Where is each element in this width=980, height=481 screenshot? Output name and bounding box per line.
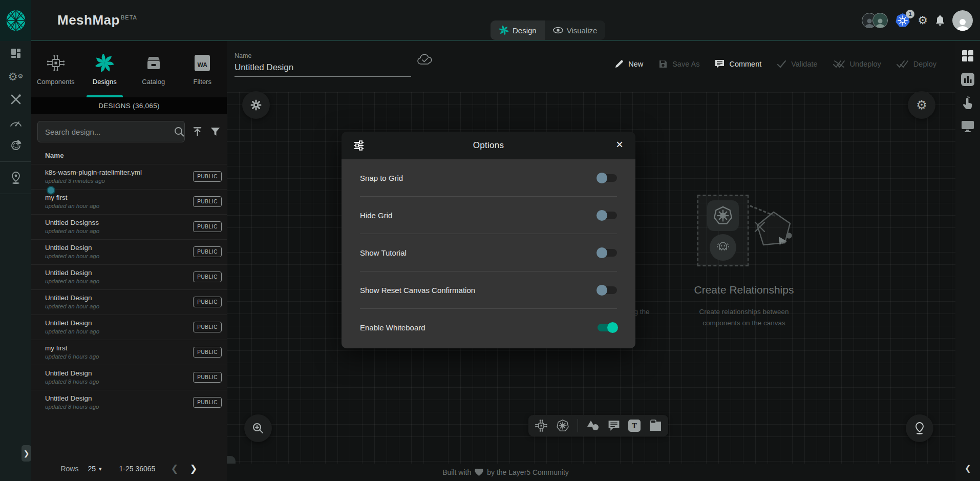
new-button[interactable]: New bbox=[614, 59, 643, 69]
visibility-badge: PUBLIC bbox=[193, 221, 222, 232]
next-page-chevron[interactable]: ❯ bbox=[189, 463, 197, 474]
visibility-badge: PUBLIC bbox=[193, 171, 222, 182]
snowflake-gear-icon bbox=[250, 99, 262, 111]
panel-tabs: Components Designs bbox=[31, 41, 227, 97]
eye-icon bbox=[553, 27, 563, 34]
design-row[interactable]: Untitled Design updated an hour ago PUBL… bbox=[31, 239, 227, 264]
option-row-snap-to-grid: Snap to Grid bbox=[360, 159, 617, 197]
k8s-context-count-badge: 1 bbox=[906, 10, 914, 18]
tutorial-components-box bbox=[697, 195, 749, 266]
visibility-badge: PUBLIC bbox=[193, 246, 222, 257]
pencil-icon bbox=[614, 59, 624, 69]
user-avatar[interactable] bbox=[952, 10, 973, 31]
left-nav-rail: ⚙⚙ ❯ ? v0.6.176 bbox=[0, 41, 31, 481]
notifications-bell-icon[interactable] bbox=[935, 15, 945, 26]
rail-divider bbox=[0, 161, 31, 162]
location-pin-icon bbox=[914, 422, 925, 435]
dock-comment-icon[interactable] bbox=[608, 420, 620, 431]
design-name-input[interactable] bbox=[235, 62, 411, 77]
dock-text-icon[interactable]: T bbox=[628, 420, 641, 432]
nav-dashboard-icon[interactable] bbox=[6, 46, 26, 60]
double-check-slash-icon bbox=[833, 60, 845, 68]
display-monitor-icon[interactable] bbox=[961, 120, 975, 132]
rows-per-page[interactable]: 25 bbox=[88, 465, 96, 473]
visibility-badge: PUBLIC bbox=[193, 397, 222, 408]
comment-icon bbox=[715, 59, 725, 69]
visibility-badge: PUBLIC bbox=[193, 347, 222, 358]
components-chip-icon bbox=[46, 53, 66, 73]
design-row[interactable]: my first updated 6 hours ago PUBLIC bbox=[31, 340, 227, 365]
right-rail-collapse-chevron[interactable]: ❮ bbox=[965, 464, 971, 473]
save-as-button[interactable]: Save As bbox=[658, 59, 699, 69]
deploy-button[interactable]: Deploy bbox=[897, 60, 936, 68]
option-row-hide-grid: Hide Grid bbox=[360, 197, 617, 234]
validate-button[interactable]: Validate bbox=[777, 60, 817, 68]
show-tutorial-toggle[interactable] bbox=[598, 249, 617, 257]
header-right-cluster: 1 ⚙ bbox=[862, 0, 973, 41]
design-row[interactable]: Untitled Design updated an hour ago PUBL… bbox=[31, 264, 227, 289]
tab-visualize[interactable]: Visualize bbox=[545, 20, 606, 40]
filter-funnel-icon[interactable] bbox=[210, 127, 221, 137]
design-row[interactable]: k8s-wasm-plugin-ratelimiter.yml updated … bbox=[31, 164, 227, 189]
tab-design[interactable]: Design bbox=[491, 20, 545, 40]
collaborator-avatar-2[interactable] bbox=[872, 13, 888, 28]
dock-media-icon[interactable] bbox=[649, 420, 662, 432]
meshery-logo[interactable] bbox=[0, 0, 31, 41]
design-list: k8s-wasm-plugin-ratelimiter.yml updated … bbox=[31, 164, 227, 415]
tab-designs[interactable]: Designs bbox=[80, 41, 130, 97]
dock-shapes-icon[interactable] bbox=[586, 420, 600, 432]
nav-meshmap-pin-icon[interactable] bbox=[6, 171, 26, 185]
options-modal-title: Options bbox=[342, 140, 635, 151]
rail-divider bbox=[0, 194, 31, 194]
dashboard-chart-icon[interactable] bbox=[960, 72, 975, 87]
prev-page-chevron[interactable]: ❮ bbox=[171, 463, 178, 474]
tab-filters[interactable]: WA Filters bbox=[178, 41, 227, 97]
visibility-badge: PUBLIC bbox=[193, 271, 222, 282]
design-row[interactable]: Untitled Design updated an hour ago PUBL… bbox=[31, 315, 227, 340]
snap-to-grid-toggle[interactable] bbox=[598, 174, 617, 182]
rows-per-page-caret-icon[interactable]: ▾ bbox=[99, 466, 102, 472]
import-design-icon[interactable] bbox=[192, 126, 203, 137]
design-row[interactable]: Untitled Design updated 8 hours ago PUBL… bbox=[31, 390, 227, 415]
nav-lifecycle-gears-icon[interactable]: ⚙⚙ bbox=[6, 69, 26, 83]
kubernetes-context[interactable]: 1 bbox=[895, 13, 910, 28]
canvas-topbar: Name New Save As Comment bbox=[227, 41, 980, 92]
nav-performance-gauge-icon[interactable] bbox=[6, 115, 26, 130]
enable-whiteboard-toggle[interactable] bbox=[598, 324, 617, 331]
comment-button[interactable]: Comment bbox=[715, 59, 761, 69]
undeploy-button[interactable]: Undeploy bbox=[833, 60, 881, 68]
close-icon[interactable]: × bbox=[613, 137, 626, 152]
page-range: 1-25 36065 bbox=[119, 465, 156, 473]
search-design-input[interactable] bbox=[37, 121, 185, 142]
search-icon bbox=[174, 126, 185, 137]
tab-catalog[interactable]: Catalog bbox=[129, 41, 178, 97]
nav-configuration-tools-icon[interactable] bbox=[6, 92, 26, 107]
visibility-badge: PUBLIC bbox=[193, 322, 222, 332]
visibility-badge: PUBLIC bbox=[193, 196, 222, 207]
design-row[interactable]: my first updated an hour ago PUBLIC bbox=[31, 189, 227, 214]
zoom-fab[interactable] bbox=[244, 414, 272, 442]
interaction-hand-icon[interactable] bbox=[961, 96, 974, 111]
mode-switch: Design Visualize bbox=[491, 20, 605, 40]
canvas-options-fab[interactable]: ⚙ bbox=[908, 91, 935, 119]
nav-extensions-icon[interactable] bbox=[6, 138, 26, 153]
design-row[interactable]: Untitled Design updated 8 hours ago PUBL… bbox=[31, 365, 227, 390]
hide-grid-toggle[interactable] bbox=[598, 212, 617, 219]
design-row[interactable]: Untitled Designss updated an hour ago PU… bbox=[31, 214, 227, 239]
pin-fab[interactable] bbox=[906, 414, 933, 442]
design-row[interactable]: Untitled Design updated an hour ago PUBL… bbox=[31, 289, 227, 315]
rail-expand-chevron[interactable]: ❯ bbox=[22, 445, 31, 462]
visibility-badge: PUBLIC bbox=[193, 297, 222, 307]
dock-components-icon[interactable] bbox=[535, 419, 548, 432]
tab-components[interactable]: Components bbox=[31, 41, 80, 97]
check-icon bbox=[777, 60, 786, 68]
cloud-saved-icon bbox=[416, 53, 434, 67]
dock-kubernetes-icon[interactable] bbox=[556, 419, 569, 432]
wasm-filters-icon: WA bbox=[195, 53, 210, 73]
canvas-settings-fab[interactable] bbox=[242, 91, 270, 119]
show-reset-canvas-confirmation-toggle[interactable] bbox=[598, 286, 617, 294]
beta-tag: BETA bbox=[121, 14, 137, 20]
pagination: Rows 25 ▾ 1-25 36065 ❮ ❯ bbox=[31, 458, 227, 479]
components-drawer-icon[interactable] bbox=[961, 49, 974, 62]
settings-gear-icon[interactable]: ⚙ bbox=[918, 15, 928, 26]
